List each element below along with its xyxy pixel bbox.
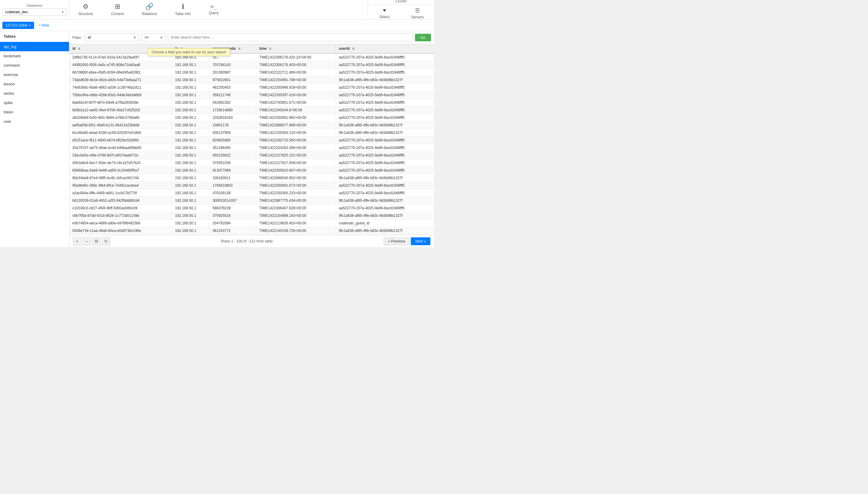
cell-nanoseconds: 913077069 bbox=[210, 167, 256, 174]
add-row-button[interactable]: + bbox=[73, 237, 81, 246]
tab-close-button[interactable]: × bbox=[28, 23, 31, 28]
nav-label-relations: Relations bbox=[142, 12, 157, 16]
cell-time: TIME1422987775.434+00:00 bbox=[256, 197, 336, 205]
go-button[interactable]: Go bbox=[415, 34, 431, 41]
table-row[interactable]: a83260b8-fa30-4fd1-9b64-a768c3748a89192.… bbox=[69, 114, 434, 121]
col-header-id[interactable]: id ⇅ bbox=[69, 44, 172, 53]
cell-ip: 192.168.50.1 bbox=[172, 53, 209, 61]
cell-time: TIME1422127917.058+00:00 bbox=[256, 159, 336, 167]
table-row[interactable]: 95a9b40c-358c-4fb4-8f1e-74491cacdea4192.… bbox=[69, 182, 434, 189]
filter-op-select[interactable]: == != < > bbox=[141, 34, 165, 41]
relations-icon: 🔗 bbox=[145, 3, 153, 11]
cell-time: TIME1422306407.828+00:00 bbox=[256, 205, 336, 212]
nav-item-structure[interactable]: ⚙ Structure bbox=[69, 0, 102, 19]
sidebar-item-series[interactable]: series bbox=[0, 89, 69, 98]
table-row[interactable]: 8d3b2a12-ae92-4fa4-9756-40d17c625262192.… bbox=[69, 107, 434, 114]
table-wrapper[interactable]: id ⇅ ip ⇅ nanoseconds ⇅ time ⇅ userId ⇅ … bbox=[69, 44, 434, 235]
col-header-time[interactable]: time ⇅ bbox=[256, 44, 336, 53]
cell-id: 20a797d7-ad75-46ae-bcd4-b99aaa99bb65 bbox=[69, 144, 172, 152]
sidebar-item-user[interactable]: user bbox=[0, 117, 69, 126]
delete-row-button[interactable]: − bbox=[83, 237, 91, 246]
col-header-userid[interactable]: userId ⇅ bbox=[336, 44, 434, 53]
cell-nanoseconds: 15... bbox=[210, 53, 256, 61]
cell-id: 44992093-f926-4a0c-a745-808e71da5aa6 bbox=[69, 61, 172, 69]
sidebar-item-exercise[interactable]: exercise bbox=[0, 70, 69, 79]
tab-item[interactable]: 127.0.0.1/test × bbox=[2, 22, 34, 29]
content: Filter: id ip nanoseconds time userId ==… bbox=[69, 31, 434, 247]
col-header-nanoseconds[interactable]: nanoseconds ⇅ bbox=[210, 44, 256, 53]
cell-id: aef5a658-0f31-46d0-b131-66411b25b6db bbox=[69, 121, 172, 129]
cell-ip: 192.168.50.1 bbox=[172, 197, 209, 205]
nav-label-structure: Structure bbox=[78, 12, 93, 16]
cell-time: TIME1422119826.403+00:00 bbox=[256, 220, 336, 227]
previous-button[interactable]: « Previous bbox=[384, 238, 410, 245]
sidebar-item-api_log[interactable]: api_log bbox=[0, 42, 69, 51]
refresh-button[interactable]: ↻ bbox=[102, 237, 110, 246]
table-row[interactable]: 20a797d7-ad75-46ae-bcd4-b99aaa99bb65192.… bbox=[69, 144, 434, 152]
cell-userId: 9fc1a638-af85-4ffe-b83c-9d3b98b1327f bbox=[336, 227, 434, 235]
table-row[interactable]: c8e7f5fa-87dd-4318-8626-1c772d01149d192.… bbox=[69, 212, 434, 220]
nav-label-content: Content bbox=[111, 12, 124, 16]
filter-field-select[interactable]: id ip nanoseconds time userId bbox=[85, 34, 139, 41]
table-row[interactable]: e0b74854-aeca-4889-a90e-e976f64923b6192.… bbox=[69, 220, 434, 227]
db-select[interactable]: codetrain_dev bbox=[2, 8, 66, 16]
query-icon: >_ bbox=[210, 3, 217, 10]
table-row[interactable]: 4553ddc8-6ec7-45dc-8e73-c8c1d7e57b24192.… bbox=[69, 159, 434, 167]
cell-id: d5151ace-f811-4600-b67d-6f02bc52d991 bbox=[69, 137, 172, 144]
table-row[interactable]: aef5a658-0f31-46d0-b131-66411b25b6db192.… bbox=[69, 121, 434, 129]
table-row[interactable]: b6120039-01a9-4652-a2f2-942f9dd862d4192.… bbox=[69, 197, 434, 205]
sidebar-item-spike[interactable]: spike bbox=[0, 98, 69, 107]
nav-item-tableinfo[interactable]: ℹ Table Info bbox=[166, 0, 200, 19]
sidebar-item-comment[interactable]: comment bbox=[0, 61, 69, 70]
table-row[interactable]: 8ab8d14f-907f-487e-b9e8-a7f9a265839e192.… bbox=[69, 99, 434, 107]
table-row[interactable]: d5151ace-f811-4600-b67d-6f02bc52d991192.… bbox=[69, 137, 434, 144]
table-row[interactable]: 74d638dc-6bd6-4862-a036-1c38746a2d11192.… bbox=[69, 84, 434, 91]
table-row[interactable]: bcc48a60-dead-4339-a158-020297e018b0192.… bbox=[69, 129, 434, 137]
sidebar-item-bookmark[interactable]: bookmark bbox=[0, 51, 69, 61]
table-row[interactable]: 69466baa-5ab9-4e89-ad55-0c15465ff5e7192.… bbox=[69, 167, 434, 174]
cell-nanoseconds: 476109138 bbox=[210, 189, 256, 197]
tableinfo-icon: ℹ bbox=[182, 3, 184, 11]
main: Tables api_log bookmark comment exercise… bbox=[0, 31, 434, 247]
cell-time: TIME1422745851.671+00:00 bbox=[256, 99, 336, 107]
next-button[interactable]: Next » bbox=[411, 238, 430, 245]
nav-label-query: Query bbox=[209, 11, 219, 15]
table-row[interactable]: 44992093-f926-4a0c-a745-808e71da5aa6192.… bbox=[69, 61, 434, 69]
cell-id: 80e34da8-67e4-48f5-bc4b-1bfcac061744 bbox=[69, 174, 172, 182]
table-row[interactable]: a2ac894a-8ffe-4489-a681-1ccfa73d770f192.… bbox=[69, 189, 434, 197]
table-row[interactable]: 33ec0e5e-ef9e-4789-8d7f-e657dadef71b192.… bbox=[69, 152, 434, 159]
nav-items: ⚙ Structure ⊞ Content 🔗 Relations ℹ Tabl… bbox=[69, 0, 368, 19]
nav-item-relations[interactable]: 🔗 Relations bbox=[133, 0, 166, 19]
data-table: id ⇅ ip ⇅ nanoseconds ⇅ time ⇅ userId ⇅ … bbox=[69, 44, 434, 235]
col-header-ip[interactable]: ip ⇅ bbox=[172, 44, 209, 53]
table-row[interactable]: 2df6e736-4114-47a0-910a-5413a29ad0f7192.… bbox=[69, 53, 434, 61]
nav-item-query[interactable]: >_ Query bbox=[200, 0, 228, 19]
table-row[interactable]: 73abd638-9e1b-49cb-a92b-54d73e8aa271192.… bbox=[69, 76, 434, 84]
copy-row-button[interactable]: ⧉ bbox=[92, 237, 101, 246]
cell-nanoseconds: 375925516 bbox=[210, 212, 256, 220]
cell-time: TIME1422157825.231+00:00 bbox=[256, 152, 336, 159]
cluster-item-status[interactable]: ♥ Status bbox=[368, 6, 401, 20]
cell-userId: aa522770-207a-4025-9a99-8acd1948fff5 bbox=[336, 144, 434, 152]
table-row[interactable]: c31530c3-c827-4f08-9bff-5d91ed360c09192.… bbox=[69, 205, 434, 212]
sidebar-item-token[interactable]: token bbox=[0, 107, 69, 117]
status-icon: ♥ bbox=[383, 7, 386, 14]
filter-search-input[interactable] bbox=[168, 34, 413, 41]
cell-time: TIME1422122711.466+00:00 bbox=[256, 69, 336, 76]
cell-ip: 192.168.50.1 bbox=[172, 69, 209, 76]
table-row[interactable]: 80e34da8-67e4-48f5-bc4b-1bfcac061744192.… bbox=[69, 174, 434, 182]
top-nav: Databases codetrain_dev ⚙ Structure ⊞ Co… bbox=[0, 0, 434, 20]
tab-label: 127.0.0.1/test bbox=[5, 23, 27, 27]
sidebar-item-lesson[interactable]: lesson bbox=[0, 79, 69, 89]
table-row[interactable]: 75bbc94a-e9bb-42b8-b5d1-64de3da3a6b9192.… bbox=[69, 91, 434, 99]
nav-item-content[interactable]: ⊞ Content bbox=[102, 0, 133, 19]
cluster-item-servers[interactable]: ☰ Servers bbox=[401, 6, 434, 20]
cell-ip: 192.168.50.1 bbox=[172, 91, 209, 99]
table-row[interactable]: 05d9e718-11aa-48a6-80ca-e0d973d1c96e192.… bbox=[69, 227, 434, 235]
cell-ip: 192.168.50.1 bbox=[172, 189, 209, 197]
cell-time: TIME1422154998.163+00:00 bbox=[256, 212, 336, 220]
table-row[interactable]: 6b70880f-a9ee-45d5-8284-d9e045a40381192.… bbox=[69, 69, 434, 76]
new-button[interactable]: + New bbox=[37, 22, 52, 28]
cell-nanoseconds: 351186495 bbox=[210, 144, 256, 152]
cluster-status-label: Status bbox=[379, 15, 390, 19]
